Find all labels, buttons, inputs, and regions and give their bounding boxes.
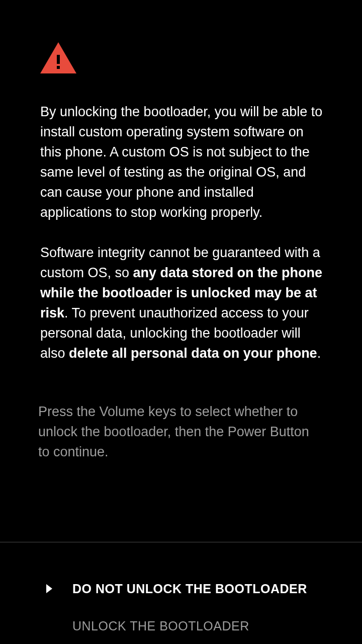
option-unlock[interactable]: UNLOCK THE BOOTLOADER <box>0 608 362 644</box>
warning-text-block: By unlocking the bootloader, you will be… <box>40 102 323 363</box>
option-label: UNLOCK THE BOOTLOADER <box>72 619 362 633</box>
svg-rect-1 <box>57 55 60 64</box>
warning-paragraph-1: By unlocking the bootloader, you will be… <box>40 102 323 222</box>
instruction-text: Press the Volume keys to select whether … <box>38 401 323 462</box>
warning-p2-bold-delete: delete all personal data on your phone <box>69 346 317 361</box>
warning-paragraph-2: Software integrity cannot be guaranteed … <box>40 243 323 363</box>
warning-p2-suffix: . <box>317 346 321 361</box>
bootloader-unlock-confirm-screen: By unlocking the bootloader, you will be… <box>0 0 362 644</box>
content-area: By unlocking the bootloader, you will be… <box>0 0 362 514</box>
option-label: DO NOT UNLOCK THE BOOTLOADER <box>72 582 362 596</box>
option-do-not-unlock[interactable]: DO NOT UNLOCK THE BOOTLOADER <box>0 571 362 607</box>
svg-rect-2 <box>57 66 60 69</box>
warning-triangle-icon <box>40 42 323 73</box>
selection-marker-icon <box>46 584 72 593</box>
options-list: DO NOT UNLOCK THE BOOTLOADER UNLOCK THE … <box>0 542 362 644</box>
